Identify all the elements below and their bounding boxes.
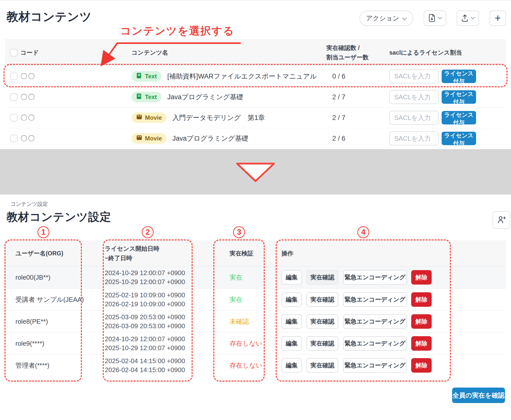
content-name-cell: Movie 入門データモデリング 第1章 — [131, 112, 265, 123]
confirm-all-existence-button[interactable]: 全員の実在を確認 — [452, 388, 505, 403]
row-checkbox[interactable] — [10, 73, 17, 80]
toolbar: アクション + — [360, 10, 506, 26]
book-icon — [136, 93, 142, 101]
row-checkbox[interactable] — [10, 114, 17, 121]
user-name: role9(****) — [15, 339, 44, 347]
release-button[interactable]: 解除 — [411, 292, 432, 307]
count-cell: 2 / 6 — [324, 135, 353, 142]
count-cell: 2 / 7 — [324, 114, 353, 122]
content-code: 〇〇 — [20, 134, 35, 143]
column-header-count: 実在確認数 / 割当ユーザー数 — [326, 43, 369, 62]
release-button[interactable]: 解除 — [411, 358, 432, 373]
emergency-encoding-button[interactable]: 緊急エンコーディング — [343, 358, 407, 373]
license-period: 2025-02-19 10:09:00 +0900 2026-02-19 10:… — [105, 290, 185, 309]
count-cell: 0 / 6 — [324, 72, 353, 80]
grant-license-button[interactable]: ライセンス付与 — [442, 90, 476, 104]
plus-icon: + — [495, 13, 501, 23]
type-badge-label: Text — [145, 94, 157, 101]
chevron-down-icon — [402, 14, 407, 22]
emergency-encoding-button[interactable]: 緊急エンコーディング — [343, 270, 407, 285]
create-button[interactable]: + — [490, 10, 506, 26]
count-cell: 2 / 7 — [324, 93, 353, 101]
verify-existence-button[interactable]: 実在確認 — [306, 270, 338, 285]
content-name: 入門データモデリング 第1章 — [172, 113, 265, 122]
sacl-input[interactable] — [389, 69, 439, 83]
annotation-select-content: コンテンツを選択する — [120, 24, 235, 38]
column-header-operations: 操作 — [281, 249, 293, 257]
type-badge-movie: Movie — [131, 133, 166, 144]
row-checkbox[interactable] — [10, 135, 17, 142]
breadcrumb[interactable]: コンテンツ設定 — [10, 201, 48, 208]
content-row[interactable]: 〇〇 Text [補助資料]WARファイルエクスポートマニュアル 0 / 6 ラ… — [5, 66, 506, 87]
book-icon — [136, 72, 142, 80]
add-user-button[interactable] — [493, 211, 510, 229]
grant-license-button[interactable]: ライセンス付与 — [442, 132, 476, 145]
type-badge-label: Text — [145, 73, 157, 80]
verify-status: 存在しない — [230, 361, 262, 370]
user-license-row: role9(****) 2024-10-29 12:00:07 +0900 20… — [5, 332, 506, 354]
column-header-sacl: saclによるライセンス割当 — [389, 49, 462, 57]
edit-button[interactable]: 編集 — [281, 358, 302, 373]
export-button[interactable] — [424, 10, 446, 26]
verify-existence-button[interactable]: 実在確認 — [306, 292, 338, 307]
person-plus-icon — [497, 215, 506, 225]
release-button[interactable]: 解除 — [411, 314, 432, 329]
edit-button[interactable]: 編集 — [281, 336, 302, 351]
marker-2: 2 — [142, 226, 154, 238]
content-row[interactable]: 〇〇 Movie Javaプログラミング基礎 2 / 6 ライセンス付与 — [5, 128, 506, 149]
column-header-code: コード — [20, 49, 39, 57]
sacl-input[interactable] — [389, 131, 439, 145]
column-header-name: コンテンツ名 — [131, 49, 168, 57]
content-name-cell: Text Javaプログラミング基礎 — [131, 92, 243, 102]
edit-button[interactable]: 編集 — [281, 292, 302, 307]
action-menu-button[interactable]: アクション — [360, 10, 413, 26]
emergency-encoding-button[interactable]: 緊急エンコーディング — [343, 336, 407, 351]
release-button[interactable]: 解除 — [411, 270, 432, 285]
emergency-encoding-button[interactable]: 緊急エンコーディング — [343, 314, 407, 329]
action-menu-label: アクション — [366, 14, 399, 23]
column-header-license-period: ライセンス開始日時 ~終了日時 — [105, 244, 159, 263]
film-icon — [136, 114, 142, 122]
type-badge-text: Text — [131, 71, 161, 82]
marker-3: 3 — [233, 226, 245, 238]
chevron-down-icon — [471, 16, 475, 20]
content-row[interactable]: 〇〇 Text Javaプログラミング基礎 2 / 7 ライセンス付与 — [5, 87, 506, 107]
content-name: Javaプログラミング基礎 — [172, 134, 248, 143]
license-period: 2024-10-29 12:00:07 +0900 2025-10-29 12:… — [105, 268, 185, 287]
settings-table-header: ユーザー名(ORG) ライセンス開始日時 ~終了日時 実在検証 操作 — [5, 240, 506, 266]
content-name: Javaプログラミング基礎 — [167, 93, 243, 102]
release-button[interactable]: 解除 — [411, 336, 432, 351]
emergency-encoding-button[interactable]: 緊急エンコーディング — [343, 292, 407, 307]
type-badge-movie: Movie — [131, 112, 166, 123]
chevron-down-icon — [438, 16, 442, 20]
sacl-input[interactable] — [389, 111, 439, 125]
user-name: 受講者 サンプル(JEAA) — [15, 295, 84, 304]
grant-license-button[interactable]: ライセンス付与 — [442, 70, 476, 83]
type-badge-label: Movie — [145, 114, 162, 121]
license-period: 2025-02-04 14:15:00 +0900 2026-02-04 14:… — [105, 356, 185, 374]
file-download-icon — [428, 14, 436, 23]
edit-button[interactable]: 編集 — [281, 314, 302, 329]
content-row[interactable]: 〇〇 Movie 入門データモデリング 第1章 2 / 7 ライセンス付与 — [5, 107, 506, 128]
select-all-checkbox[interactable] — [10, 49, 17, 56]
user-license-row: role8(PE**) 2025-03-09 20:53:00 +0900 20… — [5, 310, 506, 332]
type-badge-text: Text — [131, 92, 161, 102]
verify-existence-button[interactable]: 実在確認 — [306, 314, 338, 329]
user-name: role8(PE**) — [15, 317, 48, 325]
import-button[interactable] — [457, 10, 479, 26]
content-name-cell: Movie Javaプログラミング基礎 — [131, 133, 248, 144]
verify-existence-button[interactable]: 実在確認 — [306, 358, 338, 373]
user-license-row: 受講者 サンプル(JEAA) 2025-02-19 10:09:00 +0900… — [5, 288, 506, 310]
type-badge-label: Movie — [145, 135, 162, 142]
row-checkbox[interactable] — [10, 93, 17, 101]
license-period: 2025-03-09 20:53:00 +0900 2026-03-09 20:… — [105, 312, 185, 330]
film-icon — [136, 134, 142, 142]
content-code: 〇〇 — [20, 113, 35, 122]
edit-button[interactable]: 編集 — [281, 270, 302, 285]
content-code: 〇〇 — [20, 93, 35, 102]
verify-existence-button[interactable]: 実在確認 — [306, 336, 338, 351]
grant-license-button[interactable]: ライセンス付与 — [442, 111, 476, 124]
license-period: 2024-10-29 12:00:07 +0900 2025-10-29 12:… — [105, 334, 185, 352]
sacl-input[interactable] — [389, 90, 439, 104]
marker-4: 4 — [357, 226, 369, 238]
